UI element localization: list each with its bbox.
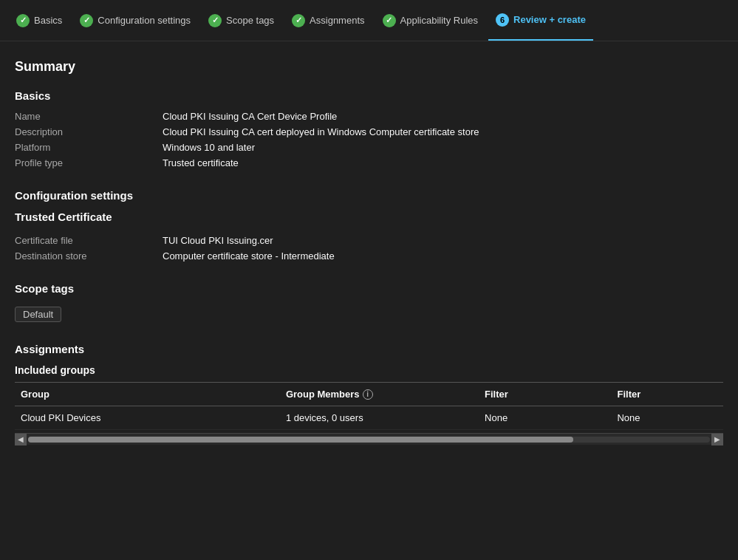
nav-item-scopetags[interactable]: Scope tags — [201, 0, 281, 41]
trusted-cert-heading: Trusted Certificate — [15, 211, 723, 223]
scroll-thumb — [28, 437, 573, 443]
scope-tags-section: Scope tags Default — [15, 282, 723, 322]
assignments-section: Assignments Included groups Group Group … — [15, 343, 723, 445]
applicability-check-icon — [383, 14, 396, 27]
label-platform: Platform — [15, 142, 163, 153]
basics-section: Basics Name Cloud PKI Issuing CA Cert De… — [15, 89, 723, 168]
scroll-track[interactable] — [28, 437, 710, 443]
cell-filter2: None — [617, 412, 723, 423]
nav-label-basics: Basics — [34, 15, 62, 26]
nav-item-configuration[interactable]: Configuration settings — [72, 0, 198, 41]
nav-item-review[interactable]: 6 Review + create — [488, 0, 593, 41]
members-info-icon[interactable]: i — [363, 389, 373, 400]
label-dest-store: Destination store — [15, 250, 163, 262]
configuration-section: Configuration settings Trusted Certifica… — [15, 189, 723, 262]
label-profile-type: Profile type — [15, 157, 163, 168]
field-cert-file: Certificate file TUI Cloud PKI Issuing.c… — [15, 235, 723, 246]
col-filter2-header: Filter — [617, 389, 723, 400]
table-header-row: Group Group Members i Filter Filter — [15, 383, 723, 406]
cell-filter: None — [485, 412, 617, 423]
assignments-check-icon — [292, 14, 305, 27]
nav-item-assignments[interactable]: Assignments — [284, 0, 372, 41]
scroll-right-arrow[interactable]: ▶ — [711, 434, 723, 445]
basics-check-icon — [16, 14, 30, 27]
review-badge: 6 — [496, 13, 509, 27]
scroll-left-arrow[interactable]: ◀ — [15, 434, 27, 445]
main-content: Summary Basics Name Cloud PKI Issuing CA… — [0, 41, 738, 483]
included-groups-heading: Included groups — [15, 364, 723, 376]
col-group-header: Group — [15, 389, 286, 400]
horizontal-scrollbar[interactable]: ◀ ▶ — [15, 433, 723, 445]
label-name: Name — [15, 111, 163, 122]
configuration-check-icon — [80, 14, 93, 27]
col-filter-header: Filter — [485, 389, 617, 400]
nav-label-scopetags: Scope tags — [226, 15, 274, 26]
value-dest-store: Computer certificate store - Intermediat… — [163, 250, 335, 262]
basics-heading: Basics — [15, 89, 723, 102]
top-navigation: Basics Configuration settings Scope tags… — [0, 0, 738, 41]
label-cert-file: Certificate file — [15, 235, 163, 246]
assignments-heading: Assignments — [15, 343, 723, 355]
nav-label-review: Review + create — [513, 14, 586, 25]
label-description: Description — [15, 126, 163, 137]
value-name: Cloud PKI Issuing CA Cert Device Profile — [163, 111, 337, 122]
scope-tag-default: Default — [15, 307, 61, 322]
nav-item-basics[interactable]: Basics — [9, 0, 69, 41]
field-name: Name Cloud PKI Issuing CA Cert Device Pr… — [15, 111, 723, 122]
value-profile-type: Trusted certificate — [163, 157, 239, 168]
value-cert-file: TUI Cloud PKI Issuing.cer — [163, 235, 273, 246]
value-description: Cloud PKI Issuing CA cert deployed in Wi… — [163, 126, 479, 137]
field-platform: Platform Windows 10 and later — [15, 142, 723, 153]
field-dest-store: Destination store Computer certificate s… — [15, 250, 723, 262]
nav-label-assignments: Assignments — [310, 15, 364, 26]
nav-label-applicability: Applicability Rules — [400, 15, 479, 26]
configuration-heading: Configuration settings — [15, 189, 723, 202]
field-profile-type: Profile type Trusted certificate — [15, 157, 723, 168]
table-row: Cloud PKI Devices 1 devices, 0 users Non… — [15, 406, 723, 430]
nav-label-configuration: Configuration settings — [98, 15, 191, 26]
cell-group: Cloud PKI Devices — [15, 412, 286, 423]
col-members-label: Group Members — [286, 389, 360, 400]
assignments-table: Group Group Members i Filter Filter Clou… — [15, 382, 723, 430]
field-description: Description Cloud PKI Issuing CA cert de… — [15, 126, 723, 137]
value-platform: Windows 10 and later — [163, 142, 255, 153]
nav-item-applicability[interactable]: Applicability Rules — [375, 0, 486, 41]
cell-members: 1 devices, 0 users — [286, 412, 485, 423]
scopetags-check-icon — [208, 14, 222, 27]
scope-tags-heading: Scope tags — [15, 282, 723, 295]
col-members-header: Group Members i — [286, 389, 485, 400]
summary-heading: Summary — [15, 59, 723, 75]
